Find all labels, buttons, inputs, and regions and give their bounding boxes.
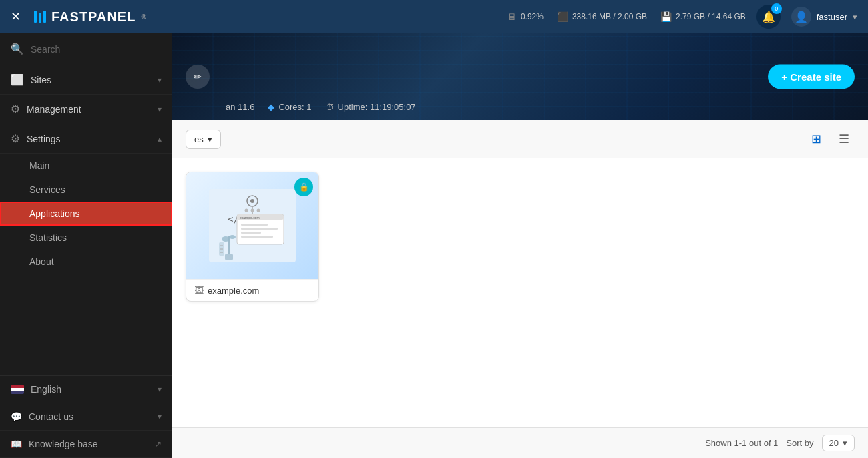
logo-bar-2	[39, 13, 41, 23]
user-menu[interactable]: 👤 fastuser ▾	[791, 7, 857, 27]
english-chevron-icon: ▾	[158, 385, 162, 394]
sidebar-item-contact[interactable]: 💬 Contact us ▾	[0, 403, 172, 431]
cpu-value: 0.92%	[521, 12, 544, 21]
search-input[interactable]	[31, 44, 162, 55]
sidebar-sub-item-statistics[interactable]: Statistics	[0, 226, 172, 250]
sort-by-label: Sort by	[786, 438, 813, 448]
site-card-footer: 🖼 example.com	[186, 279, 318, 301]
svg-rect-9	[241, 224, 268, 226]
logo-bar-3	[43, 11, 46, 23]
knowledge-label: Knowledge base	[29, 439, 148, 449]
search-container: 🔍	[0, 33, 172, 65]
sort-chevron-icon: ▾	[843, 438, 847, 448]
create-site-label: + Create site	[781, 71, 841, 83]
sites-icon: ⬜	[11, 73, 24, 86]
logo-icon	[34, 11, 46, 23]
shown-label: Shown 1-1 out of 1	[705, 438, 778, 448]
close-button[interactable]: ✕	[11, 9, 21, 24]
settings-label: Settings	[27, 134, 151, 144]
svg-rect-12	[241, 236, 273, 238]
site-lock-icon: 🔒	[294, 178, 313, 196]
about-label: About	[29, 256, 54, 267]
flag-icon	[11, 385, 24, 394]
sidebar-sub-item-applications[interactable]: Applications	[0, 202, 172, 226]
sort-dropdown[interactable]: 20 ▾	[822, 435, 855, 451]
svg-point-16	[257, 209, 260, 212]
avatar: 👤	[791, 7, 811, 27]
ram-icon: ⬛	[557, 11, 568, 22]
banner-edit-button[interactable]: ✏	[186, 65, 210, 89]
grid-view-button[interactable]: ⊞	[805, 128, 827, 150]
knowledge-icon: 📖	[11, 439, 22, 449]
banner: ✏ an 11.6 ◆ Cores: 1 ⏱ Uptime: 11:19:05:…	[172, 33, 868, 120]
applications-label: Applications	[29, 208, 80, 219]
logo: FASTPANEL®	[34, 9, 147, 25]
site-card-image: 🔒 </> exam	[186, 172, 318, 279]
logo-text: FASTPANEL	[51, 9, 136, 25]
sidebar-item-management[interactable]: ⚙ Management ▾	[0, 95, 172, 124]
site-name: example.com	[208, 286, 259, 296]
applications-row-wrapper: Applications	[0, 202, 172, 226]
sidebar-item-settings[interactable]: ⚙ Settings ▴	[0, 124, 172, 154]
english-label: English	[31, 384, 151, 395]
user-chevron-icon: ▾	[853, 12, 857, 22]
contact-chevron-icon: ▾	[158, 412, 162, 421]
cpu-icon: 🖥	[507, 11, 517, 22]
sidebar-item-knowledge-base[interactable]: 📖 Knowledge base ↗	[0, 431, 172, 458]
svg-point-4	[250, 199, 254, 203]
content-footer: Shown 1-1 out of 1 Sort by 20 ▾	[172, 427, 868, 458]
banner-rack-overlay	[172, 33, 868, 120]
ram-stat: ⬛ 338.16 MB / 2.00 GB	[557, 11, 647, 22]
username-label: fastuser	[817, 12, 847, 22]
sidebar-footer: English ▾ 💬 Contact us ▾ 📖 Knowledge bas…	[0, 375, 172, 458]
sidebar-item-english[interactable]: English ▾	[0, 376, 172, 403]
disk-icon: 💾	[660, 11, 672, 22]
management-icon: ⚙	[11, 103, 20, 116]
svg-point-22	[222, 236, 230, 242]
sites-grid: 🔒 </> exam	[186, 172, 855, 302]
settings-icon: ⚙	[11, 132, 20, 145]
svg-point-15	[251, 209, 254, 212]
notifications-bell[interactable]: 🔔 0	[756, 5, 781, 29]
search-icon: 🔍	[11, 43, 24, 55]
external-link-icon: ↗	[155, 439, 162, 449]
contact-icon: 💬	[11, 411, 22, 422]
site-card[interactable]: 🔒 </> exam	[186, 172, 319, 302]
cpu-stat: 🖥 0.92%	[507, 11, 544, 22]
svg-rect-24	[225, 254, 233, 260]
management-label: Management	[27, 104, 151, 115]
create-site-button[interactable]: + Create site	[768, 65, 855, 89]
grid-icon: ⊞	[811, 132, 821, 146]
header-stats: 🖥 0.92% ⬛ 338.16 MB / 2.00 GB 💾 2.79 GB …	[507, 11, 746, 22]
sort-value: 20	[829, 438, 839, 448]
site-illustration: </> example.com	[209, 189, 296, 262]
disk-value: 2.79 GB / 14.64 GB	[676, 12, 746, 21]
sidebar: 🔍 ⬜ Sites ▾ ⚙ Management ▾ ⚙ Settings ▴ …	[0, 33, 172, 458]
svg-rect-10	[241, 228, 278, 230]
filter-value: es	[194, 134, 204, 144]
sidebar-sub-item-services[interactable]: Services	[0, 178, 172, 202]
list-icon: ☰	[839, 132, 849, 146]
list-view-button[interactable]: ☰	[833, 128, 855, 150]
filter-dropdown[interactable]: es ▾	[186, 130, 221, 149]
settings-chevron-icon: ▴	[158, 134, 162, 144]
disk-stat: 💾 2.79 GB / 14.64 GB	[660, 11, 746, 22]
services-label: Services	[29, 184, 65, 195]
logo-bar-1	[34, 11, 37, 23]
sites-label: Sites	[31, 75, 151, 85]
sidebar-sub-item-main[interactable]: Main	[0, 154, 172, 178]
sites-chevron-icon: ▾	[158, 75, 162, 85]
sidebar-sub-item-about[interactable]: About	[0, 250, 172, 274]
top-header: ✕ FASTPANEL® 🖥 0.92% ⬛ 338.16 MB / 2.00 …	[0, 0, 868, 33]
svg-rect-11	[241, 232, 261, 234]
edit-icon: ✏	[194, 71, 202, 82]
main-content: ✏ an 11.6 ◆ Cores: 1 ⏱ Uptime: 11:19:05:…	[172, 33, 868, 458]
ram-value: 338.16 MB / 2.00 GB	[572, 12, 647, 21]
sidebar-item-sites[interactable]: ⬜ Sites ▾	[0, 65, 172, 95]
logo-tm: ®	[141, 13, 146, 21]
sites-area: 🔒 </> exam	[172, 158, 868, 427]
management-chevron-icon: ▾	[158, 105, 162, 114]
statistics-label: Statistics	[29, 232, 67, 243]
main-layout: 🔍 ⬜ Sites ▾ ⚙ Management ▾ ⚙ Settings ▴ …	[0, 33, 868, 458]
bell-badge: 0	[771, 3, 782, 14]
